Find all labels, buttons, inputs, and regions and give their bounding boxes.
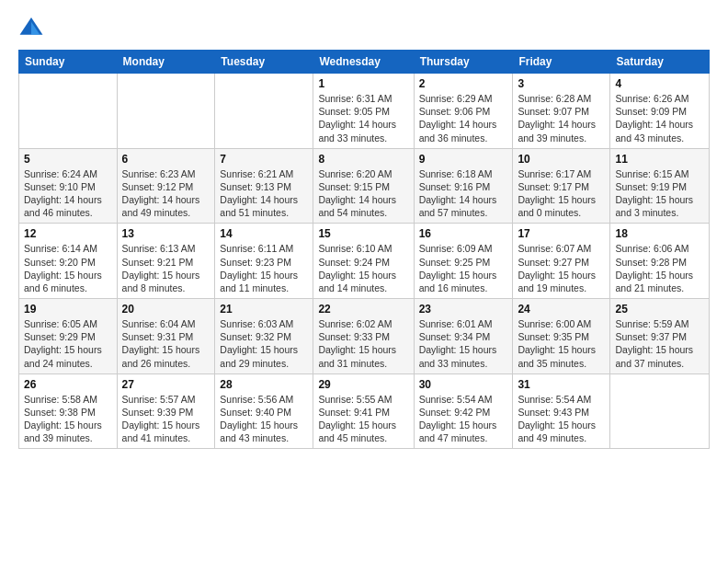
logo	[18, 15, 48, 40]
calendar-cell: 26Sunrise: 5:58 AM Sunset: 9:38 PM Dayli…	[19, 373, 118, 449]
calendar-week-row: 12Sunrise: 6:14 AM Sunset: 9:20 PM Dayli…	[19, 224, 710, 299]
calendar-cell: 24Sunrise: 6:00 AM Sunset: 9:35 PM Dayli…	[513, 299, 610, 374]
day-number: 23	[419, 303, 508, 316]
calendar-cell: 27Sunrise: 5:57 AM Sunset: 9:39 PM Dayli…	[117, 373, 215, 449]
calendar-cell: 15Sunrise: 6:10 AM Sunset: 9:24 PM Dayli…	[313, 224, 414, 299]
day-info: Sunrise: 6:02 AM Sunset: 9:33 PM Dayligh…	[318, 317, 408, 370]
day-number: 18	[615, 227, 704, 240]
day-number: 2	[419, 77, 508, 90]
day-info: Sunrise: 6:10 AM Sunset: 9:24 PM Dayligh…	[318, 242, 408, 294]
day-number: 12	[24, 227, 112, 240]
day-info: Sunrise: 6:15 AM Sunset: 9:19 PM Dayligh…	[615, 167, 704, 220]
day-number: 15	[318, 227, 408, 240]
calendar-week-row: 26Sunrise: 5:58 AM Sunset: 9:38 PM Dayli…	[19, 373, 710, 449]
day-number: 19	[24, 303, 112, 316]
day-number: 4	[615, 77, 704, 90]
calendar-cell: 4Sunrise: 6:26 AM Sunset: 9:09 PM Daylig…	[610, 74, 710, 149]
day-number: 28	[220, 378, 308, 391]
calendar-cell: 22Sunrise: 6:02 AM Sunset: 9:33 PM Dayli…	[313, 299, 414, 374]
calendar-cell: 23Sunrise: 6:01 AM Sunset: 9:34 PM Dayli…	[414, 299, 513, 374]
day-number: 6	[122, 153, 210, 166]
calendar-cell: 10Sunrise: 6:17 AM Sunset: 9:17 PM Dayli…	[513, 148, 610, 224]
calendar-cell: 21Sunrise: 6:03 AM Sunset: 9:32 PM Dayli…	[215, 299, 313, 374]
day-info: Sunrise: 5:54 AM Sunset: 9:43 PM Dayligh…	[518, 393, 605, 445]
day-number: 24	[518, 303, 605, 316]
day-info: Sunrise: 6:07 AM Sunset: 9:27 PM Dayligh…	[518, 242, 605, 294]
day-number: 8	[318, 153, 408, 166]
day-number: 31	[518, 378, 605, 391]
calendar-table: SundayMondayTuesdayWednesdayThursdayFrid…	[18, 50, 710, 449]
calendar-cell: 20Sunrise: 6:04 AM Sunset: 9:31 PM Dayli…	[117, 299, 215, 374]
day-info: Sunrise: 6:06 AM Sunset: 9:28 PM Dayligh…	[615, 242, 704, 294]
day-info: Sunrise: 6:01 AM Sunset: 9:34 PM Dayligh…	[419, 317, 508, 370]
day-info: Sunrise: 6:04 AM Sunset: 9:31 PM Dayligh…	[122, 317, 210, 370]
calendar-cell: 6Sunrise: 6:23 AM Sunset: 9:12 PM Daylig…	[117, 148, 215, 224]
day-number: 14	[220, 227, 308, 240]
day-number: 3	[518, 77, 605, 90]
day-number: 9	[419, 153, 508, 166]
calendar-cell	[215, 74, 313, 149]
calendar-header-row: SundayMondayTuesdayWednesdayThursdayFrid…	[19, 51, 710, 74]
calendar-cell: 5Sunrise: 6:24 AM Sunset: 9:10 PM Daylig…	[19, 148, 118, 224]
header	[18, 15, 710, 40]
calendar-cell: 16Sunrise: 6:09 AM Sunset: 9:25 PM Dayli…	[414, 224, 513, 299]
calendar-cell: 30Sunrise: 5:54 AM Sunset: 9:42 PM Dayli…	[414, 373, 513, 449]
day-number: 20	[122, 303, 210, 316]
day-info: Sunrise: 6:14 AM Sunset: 9:20 PM Dayligh…	[24, 242, 112, 294]
day-info: Sunrise: 6:09 AM Sunset: 9:25 PM Dayligh…	[419, 242, 508, 294]
calendar-weekday-wednesday: Wednesday	[313, 51, 414, 74]
day-info: Sunrise: 6:26 AM Sunset: 9:09 PM Dayligh…	[615, 92, 704, 144]
day-number: 11	[615, 153, 704, 166]
calendar-weekday-thursday: Thursday	[414, 51, 513, 74]
day-info: Sunrise: 6:23 AM Sunset: 9:12 PM Dayligh…	[122, 167, 210, 220]
calendar-cell: 7Sunrise: 6:21 AM Sunset: 9:13 PM Daylig…	[215, 148, 313, 224]
calendar-cell: 9Sunrise: 6:18 AM Sunset: 9:16 PM Daylig…	[414, 148, 513, 224]
day-info: Sunrise: 6:24 AM Sunset: 9:10 PM Dayligh…	[24, 167, 112, 220]
day-info: Sunrise: 5:58 AM Sunset: 9:38 PM Dayligh…	[24, 393, 112, 445]
day-info: Sunrise: 5:54 AM Sunset: 9:42 PM Dayligh…	[419, 393, 508, 445]
day-number: 29	[318, 378, 408, 391]
calendar-cell: 13Sunrise: 6:13 AM Sunset: 9:21 PM Dayli…	[117, 224, 215, 299]
day-info: Sunrise: 6:18 AM Sunset: 9:16 PM Dayligh…	[419, 167, 508, 220]
day-number: 7	[220, 153, 308, 166]
calendar-cell: 12Sunrise: 6:14 AM Sunset: 9:20 PM Dayli…	[19, 224, 118, 299]
calendar-cell: 14Sunrise: 6:11 AM Sunset: 9:23 PM Dayli…	[215, 224, 313, 299]
calendar-cell: 17Sunrise: 6:07 AM Sunset: 9:27 PM Dayli…	[513, 224, 610, 299]
calendar-week-row: 1Sunrise: 6:31 AM Sunset: 9:05 PM Daylig…	[19, 74, 710, 149]
day-info: Sunrise: 6:00 AM Sunset: 9:35 PM Dayligh…	[518, 317, 605, 370]
day-number: 27	[122, 378, 210, 391]
day-number: 26	[24, 378, 112, 391]
day-info: Sunrise: 5:55 AM Sunset: 9:41 PM Dayligh…	[318, 393, 408, 445]
calendar-cell: 31Sunrise: 5:54 AM Sunset: 9:43 PM Dayli…	[513, 373, 610, 449]
calendar-cell	[117, 74, 215, 149]
day-number: 16	[419, 227, 508, 240]
page: SundayMondayTuesdayWednesdayThursdayFrid…	[0, 0, 728, 464]
calendar-weekday-friday: Friday	[513, 51, 610, 74]
calendar-cell: 11Sunrise: 6:15 AM Sunset: 9:19 PM Dayli…	[610, 148, 710, 224]
calendar-cell	[19, 74, 118, 149]
day-info: Sunrise: 6:21 AM Sunset: 9:13 PM Dayligh…	[220, 167, 308, 220]
day-number: 25	[615, 303, 704, 316]
calendar-cell: 8Sunrise: 6:20 AM Sunset: 9:15 PM Daylig…	[313, 148, 414, 224]
calendar-cell	[610, 373, 710, 449]
day-info: Sunrise: 6:11 AM Sunset: 9:23 PM Dayligh…	[220, 242, 308, 294]
calendar-cell: 29Sunrise: 5:55 AM Sunset: 9:41 PM Dayli…	[313, 373, 414, 449]
logo-icon	[18, 15, 44, 40]
day-info: Sunrise: 6:05 AM Sunset: 9:29 PM Dayligh…	[24, 317, 112, 370]
calendar-weekday-monday: Monday	[117, 51, 215, 74]
calendar-cell: 18Sunrise: 6:06 AM Sunset: 9:28 PM Dayli…	[610, 224, 710, 299]
calendar-weekday-sunday: Sunday	[19, 51, 118, 74]
day-info: Sunrise: 6:13 AM Sunset: 9:21 PM Dayligh…	[122, 242, 210, 294]
day-info: Sunrise: 6:03 AM Sunset: 9:32 PM Dayligh…	[220, 317, 308, 370]
day-number: 1	[318, 77, 408, 90]
day-info: Sunrise: 6:29 AM Sunset: 9:06 PM Dayligh…	[419, 92, 508, 144]
day-info: Sunrise: 6:31 AM Sunset: 9:05 PM Dayligh…	[318, 92, 408, 144]
calendar-cell: 2Sunrise: 6:29 AM Sunset: 9:06 PM Daylig…	[414, 74, 513, 149]
day-info: Sunrise: 5:57 AM Sunset: 9:39 PM Dayligh…	[122, 393, 210, 445]
day-number: 21	[220, 303, 308, 316]
calendar-weekday-tuesday: Tuesday	[215, 51, 313, 74]
day-info: Sunrise: 6:17 AM Sunset: 9:17 PM Dayligh…	[518, 167, 605, 220]
day-info: Sunrise: 6:28 AM Sunset: 9:07 PM Dayligh…	[518, 92, 605, 144]
calendar-cell: 28Sunrise: 5:56 AM Sunset: 9:40 PM Dayli…	[215, 373, 313, 449]
calendar-week-row: 5Sunrise: 6:24 AM Sunset: 9:10 PM Daylig…	[19, 148, 710, 224]
